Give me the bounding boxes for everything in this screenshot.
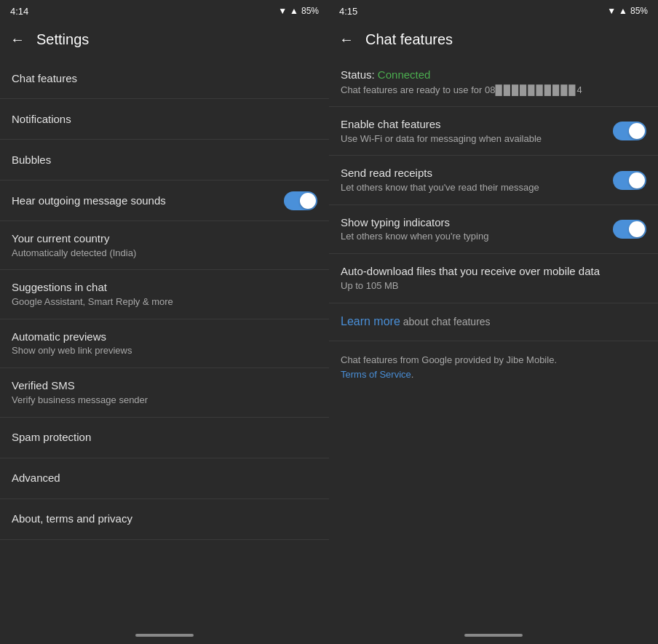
sidebar-item-bubbles[interactable]: Bubbles [0,140,329,180]
sidebar-item-chat-features[interactable]: Chat features [0,58,329,99]
item-subtitle-auto-previews: Show only web link previews [12,345,317,357]
battery-left: 85% [301,6,319,16]
item-subtitle-suggestions: Google Assistant, Smart Reply & more [12,296,317,309]
sidebar-item-spam[interactable]: Spam protection [0,418,329,458]
learn-more-text: about chat features [400,316,491,327]
typing-indicators-subtitle: Let others know when you're typing [341,231,606,243]
sidebar-item-country[interactable]: Your current country Automatically detec… [0,221,329,270]
item-title-spam: Spam protection [12,430,317,445]
nav-indicator-left [0,627,329,644]
read-receipts-subtitle: Let others know that you've read their m… [341,182,606,194]
status-section: Status: Connected Chat features are read… [329,58,658,107]
status-icons-right: ▼ ▲ 85% [607,6,648,16]
typing-indicators-item[interactable]: Show typing indicators Let others know w… [329,205,658,254]
back-button-left[interactable]: ← [10,31,25,48]
item-title-suggestions: Suggestions in chat [12,280,317,295]
signal-icon-right: ▼ [607,6,616,16]
settings-list: Chat features Notifications Bubbles Hear… [0,58,329,627]
item-title-country: Your current country [12,231,317,246]
item-title-auto-previews: Automatic previews [12,330,317,344]
status-label: Status: [341,68,378,81]
signal-icon: ▼ [278,6,287,16]
time-right: 4:15 [339,6,357,17]
enable-chat-toggle[interactable] [613,122,646,140]
wifi-icon-right: ▲ [619,6,627,16]
item-title-verified-sms: Verified SMS [12,378,317,393]
battery-right: 85% [630,6,648,16]
nav-bar-left [135,634,194,637]
back-button-right[interactable]: ← [339,31,354,48]
right-panel: 4:15 ▼ ▲ 85% ← Chat features Status: Con… [329,0,658,644]
sidebar-item-verified-sms[interactable]: Verified SMS Verify business message sen… [0,368,329,417]
phone-description: Chat features are ready to use for 08███… [341,84,582,95]
page-title-right: Chat features [365,31,453,48]
learn-more-link[interactable]: Learn more [341,315,400,327]
enable-chat-item[interactable]: Enable chat features Use Wi-Fi or data f… [329,107,658,156]
status-icons-left: ▼ ▲ 85% [278,6,319,16]
sidebar-item-notifications[interactable]: Notifications [0,99,329,140]
sidebar-item-auto-previews[interactable]: Automatic previews Show only web link pr… [0,319,329,368]
item-subtitle-country: Automatically detected (India) [12,247,317,260]
auto-download-subtitle: Up to 105 MB [341,280,646,293]
hear-sounds-toggle[interactable] [284,191,317,210]
left-panel: 4:14 ▼ ▲ 85% ← Settings Chat features No… [0,0,329,644]
enable-chat-subtitle: Use Wi-Fi or data for messaging when ava… [341,133,606,146]
wifi-icon: ▲ [290,6,298,16]
read-receipts-item[interactable]: Send read receipts Let others know that … [329,156,658,204]
item-subtitle-verified-sms: Verify business message sender [12,394,317,407]
sidebar-item-suggestions[interactable]: Suggestions in chat Google Assistant, Sm… [0,270,329,319]
footer-section: Chat features from Google provided by Ji… [329,341,658,393]
item-title-notifications: Notifications [12,112,317,127]
time-left: 4:14 [10,6,28,17]
top-bar-right: ← Chat features [329,20,658,58]
typing-indicators-title: Show typing indicators [341,215,606,230]
chat-features-list: Status: Connected Chat features are read… [329,58,658,627]
enable-chat-title: Enable chat features [341,117,606,132]
item-title-chat-features: Chat features [12,71,317,86]
top-bar-left: ← Settings [0,20,329,58]
item-title-about: About, terms and privacy [12,512,317,526]
read-receipts-title: Send read receipts [341,166,606,180]
learn-more-section: Learn more about chat features [329,303,658,342]
sidebar-item-hear-sounds[interactable]: Hear outgoing message sounds [0,180,329,221]
typing-indicators-toggle[interactable] [613,220,646,239]
sidebar-item-about[interactable]: About, terms and privacy [0,499,329,540]
footer-text: Chat features from Google provided by Ji… [341,353,646,381]
status-bar-left: 4:14 ▼ ▲ 85% [0,0,329,20]
item-title-hear-sounds: Hear outgoing message sounds [12,194,277,208]
terms-link[interactable]: Terms of Service [341,369,411,380]
auto-download-item[interactable]: Auto-download files that you receive ove… [329,254,658,303]
nav-indicator-right [329,627,658,644]
item-title-advanced: Advanced [12,471,317,485]
page-title-left: Settings [36,31,89,48]
status-connected: Connected [378,68,431,81]
status-bar-right: 4:15 ▼ ▲ 85% [329,0,658,20]
read-receipts-toggle[interactable] [613,171,646,190]
nav-bar-right [464,634,523,637]
sidebar-item-advanced[interactable]: Advanced [0,458,329,499]
auto-download-title: Auto-download files that you receive ove… [341,264,646,279]
item-title-bubbles: Bubbles [12,153,317,167]
